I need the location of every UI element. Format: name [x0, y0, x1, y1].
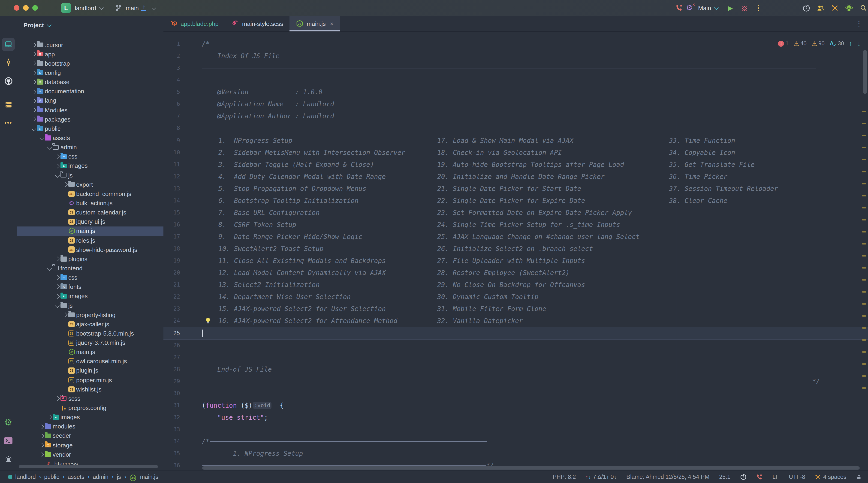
- code-line-7[interactable]: 7 @Application Author : Landlord: [163, 110, 868, 122]
- tree-item-scss[interactable]: Sscss: [17, 394, 163, 403]
- tab-app-blade-php[interactable]: app.blade.php: [163, 16, 225, 31]
- code-line-content[interactable]: 6. Bootstrap Tooltip Initialization22. S…: [202, 195, 868, 207]
- tree-chevron-icon[interactable]: [54, 174, 60, 177]
- code-line-content[interactable]: 11. Close All Existing Modals and Backdr…: [202, 255, 868, 267]
- code-line-content[interactable]: 15. AJAX-powered Select2 for User Select…: [202, 303, 868, 315]
- tree-item-js[interactable]: js: [17, 171, 163, 180]
- tree-item-config[interactable]: ⚙config: [17, 68, 163, 78]
- tab-list-more-icon[interactable]: ⋮: [856, 20, 868, 28]
- tree-item-backend-common-js[interactable]: JSbackend_common.js: [17, 189, 163, 199]
- code-line-21[interactable]: 2113. Select2 Initialization29. No Close…: [163, 279, 868, 291]
- tree-chevron-icon[interactable]: [54, 164, 60, 167]
- tree-chevron-icon[interactable]: [38, 453, 45, 456]
- horizontal-scrollbar[interactable]: [202, 466, 860, 470]
- tree-item-images[interactable]: ▲images: [17, 161, 163, 171]
- chevron-down-icon[interactable]: [152, 5, 157, 10]
- editor-pane[interactable]: 1/*2 Index Of JS File345 @Version : 1.0.…: [163, 31, 868, 471]
- tree-item-storage[interactable]: □storage: [17, 441, 163, 450]
- git-branch-icon[interactable]: [113, 3, 124, 13]
- code-line-content[interactable]: 12. Load Modal Content Dynamically via A…: [202, 267, 868, 279]
- tree-item-main-js[interactable]: JSmain.js: [17, 347, 163, 357]
- tree-item-admin[interactable]: admin: [17, 143, 163, 152]
- minimize-window-button[interactable]: [23, 5, 29, 11]
- phone-widget[interactable]: [756, 474, 763, 480]
- run-config-gear-icon[interactable]: ⚙×: [684, 3, 694, 13]
- code-line-content[interactable]: 7. Base URL Configuration23. Set Formatt…: [202, 207, 868, 219]
- close-icon[interactable]: ×: [330, 20, 333, 27]
- search-everywhere-icon[interactable]: [858, 3, 868, 13]
- tree-chevron-icon[interactable]: [62, 313, 68, 316]
- code-line-16[interactable]: 168. CSRF Token Setup24. Single Time Pic…: [163, 219, 868, 231]
- tree-chevron-icon[interactable]: [54, 155, 60, 158]
- tree-item--cursor[interactable]: .cursor: [17, 40, 163, 50]
- code-line-23[interactable]: 2315. AJAX-powered Select2 for User Sele…: [163, 303, 868, 315]
- code-line-content[interactable]: [202, 62, 868, 74]
- project-tool-icon[interactable]: [2, 38, 15, 51]
- code-line-content[interactable]: @Application Name : Landlord: [202, 98, 868, 110]
- tree-item-bulk-action-js[interactable]: bulk_action.js: [17, 199, 163, 208]
- code-line-content[interactable]: "use strict";: [202, 411, 868, 423]
- code-line-22[interactable]: 2214. Department Wise User Selection30. …: [163, 291, 868, 303]
- tree-item-plugin-js[interactable]: JSplugin.js: [17, 366, 163, 375]
- zoom-window-button[interactable]: [32, 5, 38, 11]
- code-line-content[interactable]: 2. Sidebar MetisMenu with Intersection O…: [202, 146, 868, 158]
- tree-item-plugins[interactable]: plugins: [17, 254, 163, 263]
- tab-main-style-scss[interactable]: main-style.scss: [225, 16, 290, 31]
- php-version-widget[interactable]: PHP: 8.2: [553, 474, 576, 480]
- code-line-27[interactable]: 27: [163, 351, 868, 363]
- tree-item-images[interactable]: ▲images: [17, 292, 163, 301]
- tree-item-documentation[interactable]: ≡documentation: [17, 87, 163, 96]
- weak-warning-count-badge[interactable]: ⚠90: [812, 40, 825, 47]
- code-line-18[interactable]: 1810. SweetAlert2 Toast Setup26. Initial…: [163, 243, 868, 255]
- code-line-17[interactable]: 179. Date Range Picker Hide/Show Logic25…: [163, 231, 868, 243]
- code-line-19[interactable]: 1911. Close All Existing Modals and Back…: [163, 255, 868, 267]
- tree-item-images[interactable]: ▲images: [17, 413, 163, 422]
- tree-chevron-icon[interactable]: [30, 109, 37, 112]
- tree-item-wishlist-js[interactable]: JSwishlist.js: [17, 385, 163, 394]
- tree-chevron-icon[interactable]: [62, 183, 68, 186]
- atom-icon[interactable]: [844, 3, 854, 13]
- code-line-10[interactable]: 102. Sidebar MetisMenu with Intersection…: [163, 146, 868, 158]
- ai-spiral-widget[interactable]: [740, 474, 747, 480]
- tree-chevron-icon[interactable]: [30, 127, 37, 130]
- run-button[interactable]: ▶: [725, 3, 736, 13]
- code-line-content[interactable]: 8. CSRF Token Setup24. Single Time Picke…: [202, 219, 868, 231]
- code-line-32[interactable]: 32 "use strict";: [163, 411, 868, 423]
- code-line-35[interactable]: 35 1. NProgress Setup: [163, 447, 868, 459]
- vertical-scrollbar[interactable]: [863, 50, 867, 94]
- code-line-content[interactable]: (function ($):void {: [202, 399, 868, 411]
- code-line-content[interactable]: 3. Sidebar Toggle (Half Expand & Close)1…: [202, 158, 868, 170]
- code-line-content[interactable]: 4. Add Duty Calendar Modal with Date Ran…: [202, 170, 868, 182]
- tree-item-css[interactable]: ≡css: [17, 152, 163, 161]
- tree-item-property-listing[interactable]: property-listing: [17, 310, 163, 319]
- intention-bulb-icon[interactable]: [205, 317, 212, 324]
- tree-item-modules[interactable]: ↑Modules: [17, 105, 163, 115]
- code-line-content[interactable]: @Application Author : Landlord: [202, 110, 868, 122]
- project-name[interactable]: landlord: [75, 4, 96, 11]
- encoding-widget[interactable]: UTF-8: [789, 474, 805, 480]
- breadcrumb-item-public[interactable]: public: [44, 474, 59, 480]
- tree-item-jquery-ui-js[interactable]: JSjquery-ui.js: [17, 217, 163, 226]
- code-line-content[interactable]: 1. NProgress Setup17. Load & Show Main M…: [202, 134, 868, 146]
- code-line-5[interactable]: 5 @Version : 1.0.0: [163, 86, 868, 98]
- git-sync-widget[interactable]: ↑↓7 Δ/1↑ 0↓: [585, 474, 617, 480]
- code-line-24[interactable]: 2416. AJAX-powered Select2 for Attendanc…: [163, 315, 868, 327]
- tree-chevron-icon[interactable]: [54, 276, 60, 279]
- project-tree-hscrollbar[interactable]: [19, 465, 158, 468]
- code-line-34[interactable]: 34/*: [163, 435, 868, 447]
- tree-chevron-icon[interactable]: [54, 397, 60, 400]
- tree-item-custom-calendar-js[interactable]: JScustom-calendar.js: [17, 208, 163, 217]
- database-tool-icon[interactable]: [2, 98, 15, 111]
- indent-widget[interactable]: 4 spaces: [815, 474, 846, 480]
- tree-item-public[interactable]: ⊕public: [17, 124, 163, 133]
- tree-chevron-icon[interactable]: [30, 99, 37, 102]
- tree-item-popper-min-js[interactable]: JSpopper.min.js: [17, 375, 163, 385]
- breadcrumb-item-main-js[interactable]: main.js: [140, 474, 158, 480]
- commit-tool-icon[interactable]: [2, 55, 15, 68]
- code-line-content[interactable]: @Version : 1.0.0: [202, 86, 868, 98]
- tree-item-prepros-config[interactable]: prepros.config: [17, 403, 163, 413]
- tree-item-js[interactable]: js: [17, 301, 163, 310]
- code-line-content[interactable]: End-of JS File: [202, 363, 868, 375]
- tools-icon[interactable]: [830, 3, 840, 13]
- code-line-29[interactable]: 29*/: [163, 375, 868, 387]
